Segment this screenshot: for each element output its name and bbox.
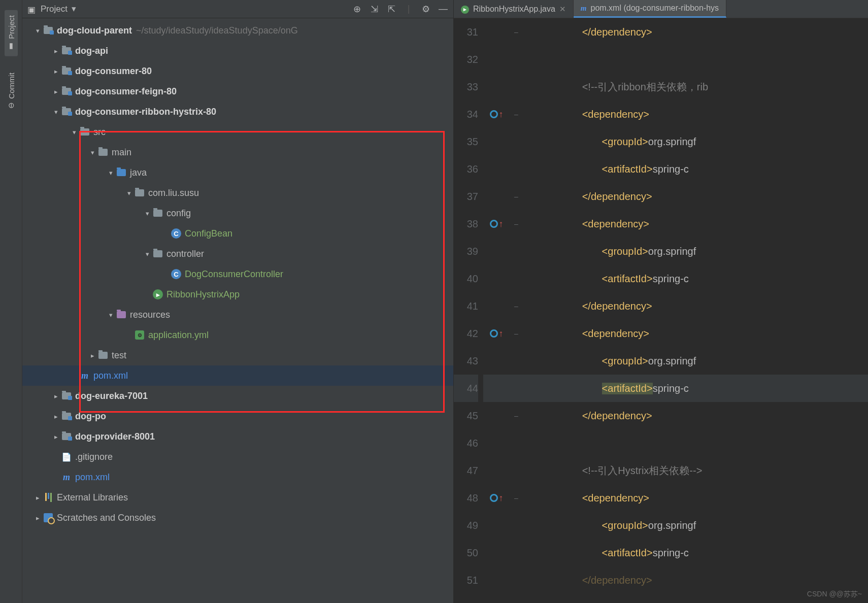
chevron-right-icon[interactable]: ▸ (51, 47, 61, 55)
tree-item[interactable]: ▸test (22, 345, 453, 365)
tree-item[interactable]: ▾java (22, 162, 453, 183)
package-icon (152, 208, 163, 219)
tree-label: dog-provider-8001 (75, 431, 155, 442)
editor-tab-label: pom.xml (dog-consumer-ribbon-hys (591, 4, 719, 13)
tree-label: .gitignore (75, 452, 113, 462)
tree-item[interactable]: ⚙application.yml (22, 325, 453, 345)
tree-item[interactable]: ▾resources (22, 305, 453, 325)
module-folder-icon (61, 411, 72, 422)
marker-gutter: ↑↑↑↑ (483, 18, 510, 603)
divider: | (404, 4, 414, 14)
tree-item[interactable]: ▸dog-provider-8001 (22, 426, 453, 447)
tree-item[interactable]: ▸RibbonHystrixApp (22, 284, 453, 305)
module-folder-icon (61, 65, 72, 77)
tree-label: RibbonHystrixApp (166, 289, 240, 300)
chevron-down-icon[interactable]: ▾ (142, 210, 152, 217)
folder-icon (97, 350, 109, 361)
chevron-down-icon[interactable]: ▾ (32, 27, 43, 35)
chevron-right-icon[interactable]: ▸ (51, 392, 61, 400)
project-view-icon: ▣ (27, 5, 37, 14)
module-folder-icon (43, 25, 54, 36)
chevron-right-icon[interactable]: ▸ (32, 494, 43, 501)
tree-item[interactable]: ▾main (22, 142, 453, 162)
line-number-gutter: 3132333435363738394041424344454647484950… (454, 18, 483, 603)
tree-item[interactable]: ▾controller (22, 244, 453, 264)
chevron-right-icon[interactable]: ▸ (87, 352, 97, 359)
folder-icon (97, 147, 109, 158)
tree-item[interactable]: ▾config (22, 203, 453, 223)
chevron-right-icon[interactable]: ▸ (51, 433, 61, 441)
package-icon (134, 187, 145, 198)
tree-item[interactable]: ▾com.liu.susu (22, 183, 453, 203)
tree-label: ConfigBean (185, 228, 232, 239)
tree-item[interactable]: ▾dog-consumer-ribbon-hystrix-80 (22, 102, 453, 122)
chevron-down-icon[interactable]: ▾ (72, 4, 76, 14)
tree-item[interactable]: ▸dog-po (22, 406, 453, 426)
tree-item[interactable]: ▸dog-consumer-80 (22, 61, 453, 81)
tree-label: main (112, 147, 131, 158)
side-tab-project[interactable]: ▮ Project (5, 10, 18, 56)
resources-folder-icon (116, 309, 127, 320)
libraries-icon (43, 492, 54, 503)
tree-root-path: ~/study/ideaStudy/ideaStudySpace/onG (136, 25, 298, 36)
module-folder-icon (61, 45, 72, 56)
tree-label: dog-consumer-80 (75, 66, 152, 77)
maven-file-icon: m (61, 472, 72, 483)
locate-icon[interactable]: ⊕ (352, 4, 362, 15)
tree-label: Scratches and Consoles (57, 513, 156, 523)
tree-item[interactable]: ▾src (22, 122, 453, 142)
side-tab-commit[interactable]: ⊖ Commit (5, 68, 18, 114)
tree-item[interactable]: CDogConsumerController (22, 264, 453, 284)
chevron-down-icon[interactable]: ▾ (142, 250, 152, 258)
editor-tab[interactable]: ▸ RibbonHystrixApp.java ✕ (454, 0, 574, 18)
tree-root[interactable]: ▾ dog-cloud-parent ~/study/ideaStudy/ide… (22, 20, 453, 41)
folder-icon (79, 126, 90, 138)
chevron-down-icon[interactable]: ▾ (51, 108, 61, 116)
fold-gutter[interactable]: –––––––– (510, 18, 523, 603)
chevron-down-icon[interactable]: ▾ (87, 149, 97, 156)
gear-icon[interactable]: ⚙ (421, 4, 431, 15)
tree-item[interactable]: ▸dog-consumer-feign-80 (22, 81, 453, 102)
tree-item[interactable]: ▸dog-eureka-7001 (22, 386, 453, 406)
close-icon[interactable]: ✕ (559, 5, 566, 14)
chevron-down-icon[interactable]: ▾ (106, 311, 116, 319)
tree-item[interactable]: 📄.gitignore (22, 447, 453, 467)
tree-label: java (130, 168, 147, 178)
commit-tool-icon: ⊖ (7, 102, 16, 108)
editor-tab-active[interactable]: m pom.xml (dog-consumer-ribbon-hys (574, 0, 726, 18)
hide-icon[interactable]: — (438, 4, 448, 14)
tree-item[interactable]: CConfigBean (22, 223, 453, 244)
watermark-text: CSDN @@苏苏~ (807, 590, 862, 599)
module-folder-icon (61, 106, 72, 117)
tree-label: pom.xml (93, 371, 128, 381)
side-tab-commit-label: Commit (7, 73, 15, 99)
collapse-all-icon[interactable]: ⇱ (386, 4, 396, 15)
editor-tab-label: RibbonHystrixApp.java (473, 5, 555, 14)
chevron-down-icon[interactable]: ▾ (106, 169, 116, 177)
class-icon: C (171, 269, 182, 280)
tree-label: DogConsumerController (185, 269, 283, 280)
chevron-right-icon[interactable]: ▸ (32, 514, 43, 522)
chevron-down-icon[interactable]: ▾ (69, 128, 79, 136)
tree-scratches[interactable]: ▸Scratches and Consoles (22, 508, 453, 528)
tree-label: pom.xml (75, 472, 110, 483)
tree-label: dog-consumer-feign-80 (75, 86, 177, 97)
maven-file-icon: m (581, 4, 587, 13)
project-tree[interactable]: ▾ dog-cloud-parent ~/study/ideaStudy/ide… (22, 18, 453, 603)
tree-external-libs[interactable]: ▸External Libraries (22, 487, 453, 508)
module-folder-icon (61, 390, 72, 401)
source-folder-icon (116, 167, 127, 178)
yml-file-icon: ⚙ (134, 329, 145, 341)
editor-area: ▸ RibbonHystrixApp.java ✕ m pom.xml (dog… (454, 0, 868, 603)
expand-all-icon[interactable]: ⇲ (369, 4, 379, 15)
tree-item[interactable]: mpom.xml (22, 467, 453, 487)
chevron-right-icon[interactable]: ▸ (51, 413, 61, 420)
chevron-down-icon[interactable]: ▾ (124, 189, 134, 197)
code-content[interactable]: </dependency> <!--引入ribbon相关依赖，rib <depe… (523, 18, 868, 603)
chevron-right-icon[interactable]: ▸ (51, 68, 61, 75)
chevron-right-icon[interactable]: ▸ (51, 88, 61, 95)
code-editor[interactable]: 3132333435363738394041424344454647484950… (454, 18, 868, 603)
tree-item-selected[interactable]: mpom.xml (22, 365, 453, 386)
tree-label: test (112, 350, 126, 361)
tree-item[interactable]: ▸dog-api (22, 41, 453, 61)
